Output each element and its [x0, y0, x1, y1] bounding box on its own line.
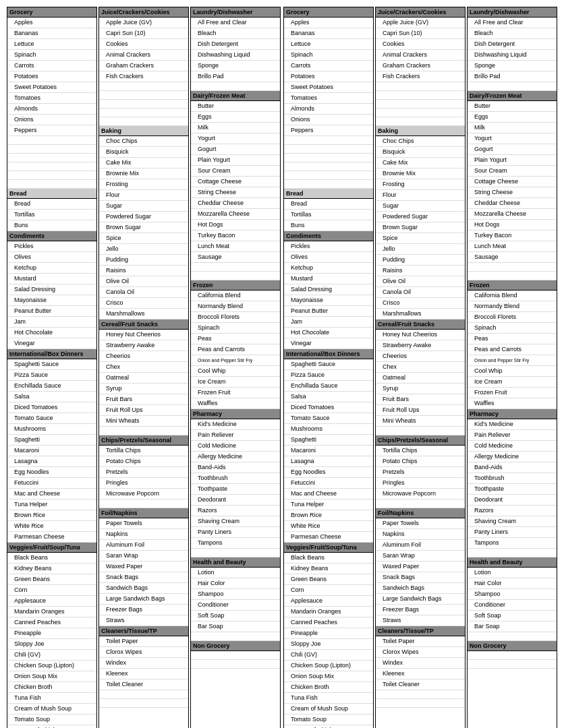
left-half: Grocery Apples Bananas Lettuce Spinach C… — [7, 7, 281, 728]
list-item: Mozzarella Cheese — [468, 209, 557, 220]
list-item: Peas — [191, 334, 280, 344]
intl-header-r: International/Box Dinners — [284, 349, 373, 359]
list-item: White Rice — [7, 521, 96, 532]
list-item: Honey Nut Cheerios — [376, 330, 465, 340]
cleaners-header-r: Cleaners/Tissue/TP — [376, 626, 465, 636]
list-item: Salsa — [284, 392, 373, 402]
list-item: Pickles — [284, 241, 373, 252]
list-item: Toothbrush — [468, 473, 557, 484]
list-item: White Rice — [284, 521, 373, 532]
list-item: Kid's Medicine — [468, 419, 557, 430]
grocery-header-r: Grocery — [284, 7, 373, 18]
list-item: Brownie Mix — [99, 169, 188, 179]
list-item: Straws — [99, 615, 188, 626]
list-item: Yogurt — [468, 133, 557, 144]
intl-header: International/Box Dinners — [7, 349, 96, 359]
list-item: Lasagna — [7, 456, 96, 467]
list-item: Pretzels — [376, 467, 465, 478]
list-item: Canola Oil — [99, 287, 188, 298]
list-item: Napkins — [99, 529, 188, 540]
list-item: Fish Crackers — [376, 71, 465, 82]
list-item: Saran Wrap — [376, 551, 465, 562]
list-item: Kidney Beans — [284, 564, 373, 574]
list-item: Brown Sugar — [376, 222, 465, 233]
juice-header-r: Juice/Crackers/Cookies — [376, 7, 465, 18]
list-item: Large Sandwich Bags — [376, 594, 465, 605]
list-item: Animal Crackers — [376, 50, 465, 61]
list-item: Tampons — [191, 538, 280, 549]
list-item: Applesauce — [284, 596, 373, 607]
list-item: Canola Oil — [376, 287, 465, 298]
list-item: Mustard — [284, 274, 373, 284]
list-item: Cookies — [99, 39, 188, 50]
list-item: Canned Peaches — [284, 617, 373, 628]
list-item: Parmesan Cheese — [284, 532, 373, 543]
list-item: Flour — [376, 190, 465, 201]
list-item: Tuna Helper — [284, 499, 373, 510]
list-item: Kidney Beans — [7, 564, 96, 574]
list-item: Vinegar — [7, 338, 96, 349]
list-item: Ketchup — [284, 263, 373, 274]
list-item: String Cheese — [468, 187, 557, 198]
list-item: Hot Dogs — [468, 220, 557, 231]
list-item: Paper Towels — [99, 518, 188, 529]
list-item: Tortillas — [284, 210, 373, 220]
list-item: Potatoes — [284, 71, 373, 82]
list-item: Straws — [376, 615, 465, 626]
list-item: Apples — [7, 18, 96, 28]
list-item: Peas and Carrots — [191, 344, 280, 355]
list-item: Tomatoes — [7, 93, 96, 104]
list-item: Hair Color — [191, 578, 280, 589]
list-item: Pickles — [7, 241, 96, 252]
list-item: Macaroni — [284, 446, 373, 456]
list-item: Allergy Medicine — [468, 452, 557, 462]
list-item: Peas — [468, 334, 557, 344]
list-item: Spaghetti — [7, 435, 96, 446]
list-item: Ice Cream — [468, 377, 557, 388]
list-item: Gogurt — [468, 144, 557, 155]
list-item: Olive Oil — [376, 276, 465, 287]
list-item: String Cheese — [191, 187, 280, 198]
juice-header: Juice/Crackers/Cookies — [99, 7, 188, 18]
list-item: Windex — [99, 658, 188, 669]
list-item: Tomato Soup — [7, 715, 96, 725]
list-item: Spice — [99, 233, 188, 244]
list-item: Tortilla Chips — [99, 446, 188, 456]
foil-header-r: Foil/Napkins — [376, 508, 465, 518]
list-item: Saran Wrap — [99, 551, 188, 562]
list-item: Normandy Blend — [468, 301, 557, 312]
list-item: Raisins — [376, 266, 465, 276]
list-item: Vinegar — [284, 338, 373, 349]
list-item: Sloppy Joe — [284, 639, 373, 650]
list-item: Freezer Bags — [99, 605, 188, 615]
list-item: Sandwich Bags — [376, 583, 465, 594]
page: Grocery Apples Bananas Lettuce Spinach C… — [7, 7, 557, 728]
col4-grocery: Grocery Apples Bananas Lettuce Spinach C… — [283, 7, 374, 728]
list-item: Cool Whip — [468, 366, 557, 377]
list-item: Chicken Broth — [7, 682, 96, 693]
list-item: California Blend — [468, 291, 557, 301]
list-item: Conditioner — [191, 600, 280, 611]
list-item: All Free and Clear — [468, 18, 557, 28]
list-item: Waffles — [191, 398, 280, 409]
list-item: Shaving Cream — [468, 516, 557, 527]
dairy-header-r: Dairy/Frozen Meat — [468, 91, 557, 101]
laundry-header-r: Laundry/Dishwasher — [468, 7, 557, 18]
list-item: Snack Bags — [99, 572, 188, 583]
list-item: Waxed Paper — [376, 562, 465, 572]
list-item: Fruit Roll Ups — [376, 405, 465, 416]
list-item: Green Beans — [284, 574, 373, 585]
list-item: Pizza Sauce — [284, 370, 373, 381]
list-item: Cheerios — [376, 351, 465, 362]
list-item: Sponge — [468, 61, 557, 71]
list-item: Frosting — [99, 179, 188, 190]
foil-header: Foil/Napkins — [99, 508, 188, 518]
list-item: Onion Soup Mix — [284, 671, 373, 682]
list-item: Waffles — [468, 398, 557, 409]
list-item: Hot Chocolate — [284, 328, 373, 338]
list-item: Frozen Fruit — [468, 388, 557, 398]
list-item: Chili (GV) — [284, 650, 373, 661]
list-item: Pineapple — [7, 628, 96, 639]
cereal-header-r: Cereal/Fruit Snacks — [376, 320, 465, 330]
list-item: Potato Chips — [376, 456, 465, 467]
